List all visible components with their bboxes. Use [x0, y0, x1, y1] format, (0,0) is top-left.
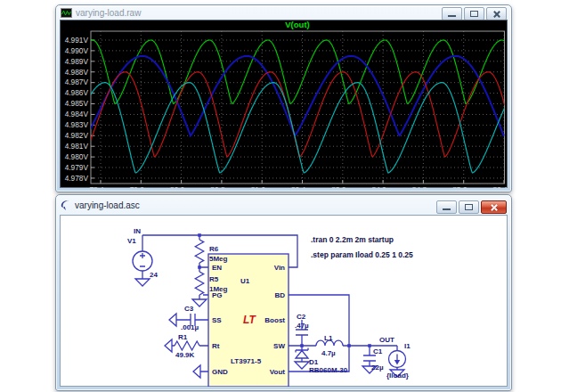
close-button[interactable]	[481, 200, 507, 214]
x-tick-label: 80.0µs	[170, 185, 192, 189]
x-tick-label: 82.4µs	[291, 185, 313, 189]
waveform-window-title: varying-load.raw	[76, 8, 141, 18]
waveform-plot: V(out) 78.4µs79.2µs80.0µs80.8µs81.6µs82.…	[61, 20, 507, 188]
y-tick-label: 4.988V	[65, 68, 89, 77]
minimize-button[interactable]	[442, 7, 462, 20]
capacitor-c1-symbol[interactable]	[363, 355, 376, 361]
ic-part-number[interactable]: LT3971-5	[231, 357, 262, 365]
x-tick-label: 81.6µs	[251, 185, 273, 189]
y-tick-label: 4.981V	[65, 142, 89, 151]
r1-value[interactable]: 49.9K	[175, 351, 195, 359]
schematic-canvas[interactable]: LT IN OUT V1 24 R6 5Meg R5 1Meg C3 .001µ…	[60, 215, 508, 387]
ground-gnd-pin	[193, 365, 200, 378]
ground-v1	[135, 279, 150, 286]
waveform-trace	[88, 40, 505, 103]
i1-refdes[interactable]: I1	[404, 342, 411, 350]
resistor-r1-symbol[interactable]	[175, 341, 199, 350]
d1-refdes[interactable]: D1	[309, 358, 319, 366]
step-directive[interactable]: .step param Iload 0.25 1 0.25	[311, 250, 413, 259]
minimize-button[interactable]	[436, 200, 457, 214]
c1-value[interactable]: 22µ	[371, 363, 384, 372]
l1-refdes[interactable]: L1	[324, 334, 333, 342]
v1-plus-minus	[140, 253, 145, 266]
c1-refdes[interactable]: C1	[373, 347, 383, 355]
capacitor-c2-symbol[interactable]	[296, 330, 308, 335]
c3-value[interactable]: .001µ	[181, 323, 199, 331]
pin-bd: BD	[274, 291, 285, 299]
pin-vout: Vout	[270, 368, 286, 376]
y-tick-label: 4.991V	[65, 36, 89, 45]
x-tick-label: 79.2µs	[130, 185, 152, 189]
x-tick-label: 78.4µs	[89, 185, 111, 189]
maximize-button[interactable]	[459, 200, 479, 214]
v1-value[interactable]: 24	[150, 271, 158, 279]
x-tick-label: 85.6µs	[452, 185, 475, 189]
pin-gnd: GND	[212, 368, 228, 376]
y-tick-label: 4.989V	[65, 57, 89, 66]
y-tick-label: 4.980V	[65, 152, 89, 161]
c2-value[interactable]: .47µ	[295, 322, 309, 330]
y-tick-label: 4.983V	[65, 120, 89, 129]
resistor-r5-symbol[interactable]	[195, 272, 203, 295]
pin-pg: PG	[212, 291, 223, 299]
x-tick-label: 83.2µs	[331, 185, 354, 189]
resistor-r6-symbol[interactable]	[195, 240, 203, 263]
l1-value[interactable]: 4.7µ	[321, 349, 336, 357]
y-tick-label: 4.986V	[65, 88, 89, 97]
y-tick-label: 4.985V	[65, 99, 89, 108]
lt-logo: LT	[243, 314, 256, 326]
plot-border	[91, 31, 505, 184]
i1-arrowhead	[394, 360, 400, 365]
x-tick-label: 86.4µs	[492, 185, 507, 189]
r5-refdes[interactable]: R5	[209, 275, 219, 283]
waveform-plot-pane[interactable]: V(out) 78.4µs79.2µs80.0µs80.8µs81.6µs82.…	[60, 20, 508, 188]
tran-directive[interactable]: .tran 0 2.2m 2m startup	[311, 235, 394, 244]
x-tick-label: 84.0µs	[372, 185, 394, 189]
r1-refdes[interactable]: R1	[178, 333, 188, 341]
waveform-window: varying-load.raw V(out) 78.4µs79.2µs80.0…	[55, 4, 512, 192]
y-tick-label: 4.984V	[65, 110, 89, 118]
ic-refdes[interactable]: U1	[240, 277, 250, 285]
maximize-button[interactable]	[464, 7, 484, 20]
waveform-file-icon	[61, 8, 72, 18]
x-tick-label: 80.8µs	[210, 185, 232, 189]
waveform-window-titlebar[interactable]: varying-load.raw	[56, 5, 511, 20]
pin-ss: SS	[212, 316, 222, 324]
r6-value[interactable]: 5Meg	[209, 255, 228, 263]
r6-refdes[interactable]: R6	[209, 245, 219, 253]
x-tick-label: 84.8µs	[412, 185, 435, 189]
schematic-window: varying-load.asc	[55, 194, 512, 391]
trace-label[interactable]: V(out)	[285, 20, 309, 29]
schematic-window-titlebar[interactable]: varying-load.asc	[56, 195, 511, 215]
y-tick-label: 4.978V	[65, 174, 89, 183]
y-tick-label: 4.990V	[65, 46, 89, 55]
net-label-out[interactable]: OUT	[379, 336, 394, 344]
schematic-window-title: varying-load.asc	[75, 200, 140, 210]
y-tick-label: 4.982V	[65, 131, 89, 140]
c2-refdes[interactable]: C2	[297, 313, 306, 321]
ground-c3	[169, 314, 176, 326]
v1-refdes[interactable]: V1	[127, 237, 136, 245]
close-button[interactable]	[486, 7, 507, 20]
c3-refdes[interactable]: C3	[184, 305, 194, 313]
pin-vin: Vin	[274, 264, 285, 272]
desktop: { "colors": { "wire_blue": "#3a3ac1", "i…	[0, 0, 561, 392]
i1-value[interactable]: {Iload}	[386, 372, 409, 380]
schematic-drawing: LT IN OUT V1 24 R6 5Meg R5 1Meg C3 .001µ…	[61, 216, 507, 387]
ground-r5	[192, 299, 207, 306]
net-label-in[interactable]: IN	[134, 227, 141, 235]
ground-r1	[165, 339, 172, 352]
ltspice-app-icon	[61, 200, 71, 211]
y-tick-label: 4.979V	[65, 163, 89, 172]
y-tick-label: 4.987V	[65, 78, 89, 86]
d1-value[interactable]: RB060M-30	[309, 366, 348, 374]
pin-rt: Rt	[212, 342, 220, 350]
pin-boost: Boost	[264, 316, 285, 324]
pin-en: EN	[212, 264, 222, 272]
pin-sw: SW	[273, 342, 285, 350]
ground-d1	[295, 362, 309, 369]
